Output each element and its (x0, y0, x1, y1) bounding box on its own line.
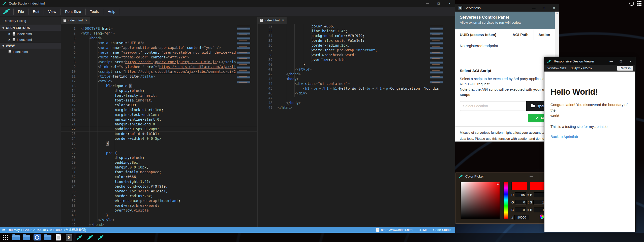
code-line-23[interactable]: 23 border:solid #b1b1b1; (61, 131, 257, 136)
code-line-7[interactable]: 7 <meta name="theme-color" content="#ff9… (61, 55, 257, 60)
sidebar-section-www[interactable]: ▾WWW (0, 43, 61, 49)
blue-field[interactable]: 0 (515, 208, 526, 212)
code-line-14[interactable]: 14 display:block; (61, 88, 257, 93)
code-line-25[interactable]: 25 } (61, 141, 257, 146)
close-tab-icon[interactable]: × (85, 19, 87, 22)
sidebar-section-open-editors[interactable]: ▾OPEN EDITORS (0, 25, 61, 31)
code-line-22[interactable]: 22 padding:0 5px 0 20px; (61, 127, 257, 131)
sidebar-item-index.html[interactable]: ×index.html (0, 31, 61, 37)
menu-help[interactable]: Help (103, 9, 120, 15)
color-wheel-icon[interactable] (540, 215, 544, 219)
minimap[interactable] (236, 24, 254, 86)
tab-index-html[interactable]: index.html × (258, 17, 287, 24)
serverless-app-icon[interactable]: 0 (64, 234, 74, 240)
saturation-value-area[interactable] (461, 182, 500, 219)
code-line-47[interactable]: 47 (258, 96, 455, 100)
code-line-40[interactable]: 40 } (61, 213, 257, 218)
sidebar-item-index.html[interactable]: ×index.html (0, 37, 61, 43)
menu-view[interactable]: View (44, 9, 60, 15)
code-line-37[interactable]: 37 white-space:pre-wrap!important; (61, 198, 257, 203)
code-line-18[interactable]: 18 margin-block-start:1em; (61, 108, 257, 112)
sidebar-item-index.html[interactable]: index.html (0, 49, 61, 55)
code-line-21[interactable]: 21 margin-inline-end:0; (61, 122, 257, 127)
maximize-button[interactable]: □ (616, 57, 626, 65)
code-line-2[interactable]: 2<html lang="en"> (61, 31, 257, 36)
color-picker-title-bar[interactable]: Color Picker — (455, 173, 556, 180)
code-line-8[interactable]: 8 <script src="https://code.jquery.com/j… (61, 60, 257, 64)
close-icon[interactable]: × (8, 32, 11, 36)
code-line-36[interactable]: 36 border-radius:2px; (258, 43, 455, 48)
code-line-9[interactable]: 9 <link rel="stylesheet" href="https://c… (61, 64, 257, 69)
tab-index-html[interactable]: index.html × (61, 17, 90, 24)
code-line-45[interactable]: 45 <h1><br></h1><h1>Hello World!<br></h1… (258, 86, 455, 91)
close-button[interactable]: × (626, 57, 635, 65)
menu-font-size[interactable]: Font Size (60, 9, 85, 15)
code-line-40[interactable]: 40 } (258, 62, 455, 67)
code-line-48[interactable]: 48 </body> (258, 100, 455, 105)
code-line-29[interactable]: 29 padding:8px; (61, 160, 257, 165)
close-button[interactable]: × (549, 4, 559, 12)
menu-file[interactable]: File (13, 9, 28, 15)
code-line-34[interactable]: 34 background-color:#f9f9f9; (258, 33, 455, 38)
close-icon[interactable]: × (8, 38, 11, 42)
desktop-menu-grid-icon[interactable] (637, 1, 641, 6)
text-document-icon[interactable] (53, 234, 64, 240)
code-line-32[interactable]: 32 color:#666; (61, 175, 257, 179)
code-line-41[interactable]: 41 </style> (258, 67, 455, 72)
code-line-33[interactable]: 33 line-height:1.45; (258, 29, 455, 33)
code-line-38[interactable]: 38 word-wrap:break-word; (61, 203, 257, 208)
code-studio-app-icon[interactable] (85, 235, 95, 240)
menu-edit[interactable]: Edit (28, 9, 44, 15)
code-line-42[interactable]: 42 </head> (61, 222, 257, 227)
folder-icon[interactable] (11, 234, 21, 240)
code-line-19[interactable]: 19 margin-block-end:1em; (61, 112, 257, 117)
minimize-button[interactable]: — (422, 0, 433, 7)
back-link[interactable]: Back to Aprintlab (550, 135, 632, 139)
code-line-38[interactable]: 38 word-wrap:break-word; (258, 53, 455, 57)
media-app-icon[interactable] (32, 234, 42, 240)
code-line-35[interactable]: 35 border:1px solid #e1e1e1; (61, 189, 257, 194)
script-location-input[interactable]: Select Location (460, 101, 526, 111)
code-line-31[interactable]: 31 font-family:monospace; (61, 170, 257, 175)
code-line-39[interactable]: 39 overflow:visible (258, 57, 455, 62)
minimize-button[interactable]: — (606, 57, 616, 65)
app-launcher-icon[interactable] (0, 235, 11, 240)
minimap[interactable] (428, 24, 447, 86)
code-line-44[interactable]: 44 <div class="ui container"> (258, 81, 455, 86)
code-studio-app-icon[interactable] (74, 235, 85, 240)
minimize-button[interactable]: — (527, 173, 536, 180)
code-line-28[interactable]: 28 display:block; (61, 155, 257, 160)
code-line-37[interactable]: 37 white-space:pre-wrap!important; (258, 48, 455, 53)
maximize-button[interactable]: □ (433, 0, 444, 7)
code-line-3[interactable]: 3 <head> (61, 36, 257, 41)
responsive-viewer-title-bar[interactable]: Responsive Design Viewer — □ × (544, 57, 635, 65)
code-line-20[interactable]: 20 margin-inline-start:0; (61, 117, 257, 122)
code-line-46[interactable]: 46 </div> (258, 91, 455, 96)
code-line-41[interactable]: 41 </style> (61, 218, 257, 222)
folder-icon[interactable] (21, 234, 32, 240)
code-line-15[interactable]: 15 font-family:inherit; (61, 93, 257, 98)
code-line-16[interactable]: 16 font-size:inherit; (61, 98, 257, 103)
code-line-13[interactable]: 13 blockquote { (61, 84, 257, 88)
code-line-11[interactable]: 11 <title>Testing Site</title> (61, 74, 257, 79)
code-line-35[interactable]: 35 border:1px solid #e1e1e1; (258, 38, 455, 43)
code-viewport[interactable]: 1<!DOCTYPE html>2<html lang="en">3 <head… (61, 24, 257, 227)
color-cursor[interactable] (497, 183, 499, 185)
maximize-button[interactable]: □ (539, 4, 549, 12)
stepper[interactable]: ▴▾ (528, 209, 529, 212)
code-line-30[interactable]: 30 margin:0 0 10px; (61, 165, 257, 170)
code-line-32[interactable]: 32 color:#666; (258, 24, 455, 29)
code-line-5[interactable]: 5 <meta name="apple-mobile-web-app-capab… (61, 45, 257, 50)
code-line-17[interactable]: 17 color:#999; (61, 103, 257, 108)
code-line-49[interactable]: 49</html> (258, 105, 455, 110)
code-line-27[interactable]: 27 pre { (61, 151, 257, 155)
menu-tools[interactable]: Tools (85, 9, 103, 15)
code-line-33[interactable]: 33 line-height:1.45; (61, 179, 257, 184)
red-field[interactable]: 255 (515, 192, 526, 197)
green-field[interactable]: 0 (515, 200, 527, 205)
code-line-24[interactable]: 24 border-width:0 0 0 5px (61, 136, 257, 141)
code-line-12[interactable]: 12 <style> (61, 79, 257, 84)
minimize-button[interactable]: — (529, 4, 539, 12)
code-studio-app-icon[interactable] (95, 235, 106, 240)
scroll-up-icon[interactable]: ▲ (556, 12, 558, 14)
